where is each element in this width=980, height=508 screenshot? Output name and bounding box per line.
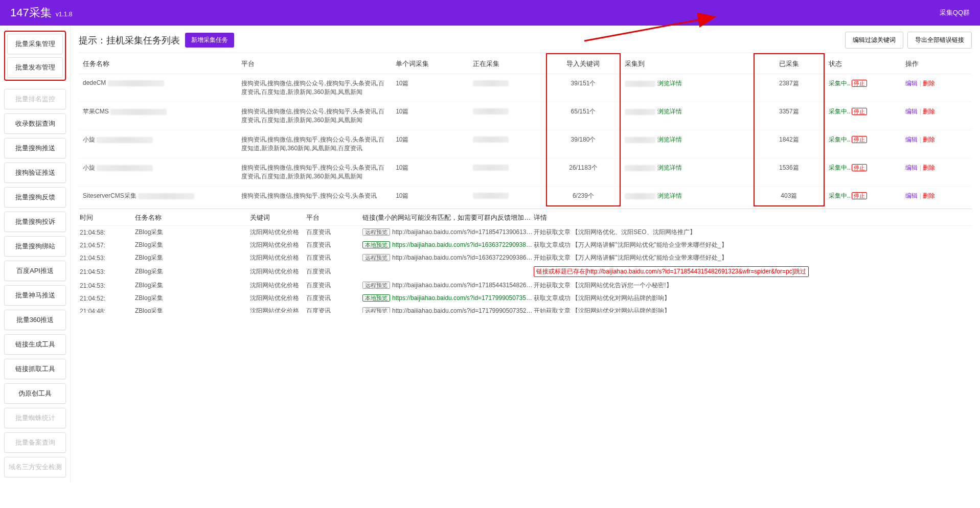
detail-link[interactable]: 浏览详情 <box>657 80 682 87</box>
stop-button[interactable]: 停止 <box>852 108 867 115</box>
detail-link[interactable]: 浏览详情 <box>657 192 682 199</box>
edit-link[interactable]: 编辑 <box>905 136 918 143</box>
remote-preview-tag[interactable]: 远程预览 <box>362 254 390 261</box>
delete-link[interactable]: 删除 <box>923 80 935 87</box>
task-row: 苹果CMS 搜狗资讯,搜狗微信,搜狗公众号,搜狗知乎,头条资讯,百度资讯,百度知… <box>79 102 972 130</box>
edit-link[interactable]: 编辑 <box>905 80 918 87</box>
stop-button[interactable]: 停止 <box>852 136 867 143</box>
delete-link[interactable]: 删除 <box>923 136 935 143</box>
delete-link[interactable]: 删除 <box>923 192 935 199</box>
status-text: 采集中.. <box>829 108 851 115</box>
delete-link[interactable]: 删除 <box>923 164 935 171</box>
log-col-0: 时间 <box>79 213 135 222</box>
log-row: 21:04:53:ZBlog采集沈阳网站优化价格百度资讯链接或标题已存在[htt… <box>79 264 972 279</box>
local-preview-tag[interactable]: 本地预览 <box>362 241 390 248</box>
log-col-5: 详情 <box>534 213 972 222</box>
task-table: 任务名称平台单个词采集正在采集导入关键词采集到已采集状态操作 dedeCM 搜狗… <box>79 53 972 206</box>
app-header: 147采集 v1.1.8 采集QQ群 <box>0 0 980 26</box>
task-row: dedeCM 搜狗资讯,搜狗微信,搜狗公众号,搜狗知乎,头条资讯,百度资讯,百度… <box>79 74 972 102</box>
status-text: 采集中.. <box>829 136 851 143</box>
app-logo: 147采集 <box>10 5 52 20</box>
remote-preview-tag[interactable]: 远程预览 <box>362 282 390 289</box>
stop-button[interactable]: 停止 <box>852 164 867 171</box>
task-row: 小旋 搜狗资讯,搜狗微信,搜狗知乎,搜狗公众号,头条资讯,百度资讯,百度知道,新… <box>79 158 972 187</box>
col-header-1: 平台 <box>237 54 392 74</box>
export-errors-button[interactable]: 导出全部错误链接 <box>907 32 972 49</box>
detail-link[interactable]: 浏览详情 <box>657 164 682 171</box>
status-text: 采集中.. <box>829 192 851 199</box>
col-header-0: 任务名称 <box>79 54 237 74</box>
add-task-button[interactable]: 新增采集任务 <box>185 33 234 48</box>
stop-button[interactable]: 停止 <box>852 192 867 199</box>
sidebar: 批量采集管理 批量发布管理 批量排名监控收录数据查询批量搜狗推送搜狗验证推送批量… <box>0 26 71 482</box>
remote-preview-tag[interactable]: 远程预览 <box>362 228 390 236</box>
edit-link[interactable]: 编辑 <box>905 164 918 171</box>
log-col-3: 平台 <box>306 213 362 222</box>
sidebar-highlight-group: 批量采集管理 批量发布管理 <box>4 31 66 81</box>
detail-link[interactable]: 浏览详情 <box>657 108 682 115</box>
sidebar-item-11[interactable]: 链接抓取工具 <box>4 359 66 379</box>
log-row: 21:04:53:ZBlog采集沈阳网站优化价格百度资讯远程预览http://b… <box>79 251 972 264</box>
sidebar-item-collect-manage[interactable]: 批量采集管理 <box>7 34 63 54</box>
sidebar-item-1[interactable]: 收录数据查询 <box>4 113 66 134</box>
sidebar-item-15: 域名三方安全检测 <box>4 457 66 477</box>
col-header-3: 正在采集 <box>469 54 546 74</box>
sidebar-item-7[interactable]: 百度API推送 <box>4 261 66 281</box>
log-row: 21:04:58:ZBlog采集沈阳网站优化价格百度资讯远程预览http://b… <box>79 226 972 239</box>
sidebar-item-5[interactable]: 批量搜狗投诉 <box>4 212 66 232</box>
sidebar-item-13: 批量蜘蛛统计 <box>4 408 66 428</box>
remote-preview-tag[interactable]: 远程预览 <box>362 307 390 313</box>
sidebar-item-9[interactable]: 批量360推送 <box>4 310 66 330</box>
log-row: 21:04:57:ZBlog采集沈阳网站优化价格百度资讯本地预览https://… <box>79 239 972 251</box>
sidebar-item-3[interactable]: 搜狗验证推送 <box>4 163 66 183</box>
qq-group-link[interactable]: 采集QQ群 <box>940 8 970 17</box>
col-header-5: 采集到 <box>620 54 754 74</box>
log-scroll[interactable]: 21:04:58:ZBlog采集沈阳网站优化价格百度资讯远程预览http://b… <box>79 226 972 313</box>
detail-link[interactable]: 浏览详情 <box>657 136 682 143</box>
col-header-4: 导入关键词 <box>546 54 620 74</box>
page-title: 提示：挂机采集任务列表 <box>79 34 180 47</box>
task-row: SiteserverCMS采集 搜狗资讯,搜狗微信,搜狗知乎,搜狗公众号,头条资… <box>79 187 972 206</box>
log-col-2: 关键词 <box>250 213 306 222</box>
log-col-1: 任务名称 <box>135 213 250 222</box>
col-header-8: 操作 <box>901 54 972 74</box>
edit-link[interactable]: 编辑 <box>905 108 918 115</box>
stop-button[interactable]: 停止 <box>852 80 867 87</box>
col-header-2: 单个词采集 <box>392 54 469 74</box>
logo-area: 147采集 v1.1.8 <box>10 5 72 20</box>
log-row: 21:04:53:ZBlog采集沈阳网站优化价格百度资讯远程预览http://b… <box>79 279 972 292</box>
version-label: v1.1.8 <box>56 11 73 18</box>
sidebar-item-4[interactable]: 批量搜狗反馈 <box>4 187 66 207</box>
sidebar-item-14: 批量备案查询 <box>4 432 66 453</box>
delete-link[interactable]: 删除 <box>923 108 935 115</box>
log-panel: 时间任务名称关键词平台链接(量小的网站可能没有匹配，如需要可群内反馈增加规则)详… <box>79 209 972 313</box>
task-row: 小旋 搜狗资讯,搜狗微信,搜狗知乎,搜狗公众号,头条资讯,百度知道,新浪新闻,3… <box>79 130 972 158</box>
sidebar-item-publish-manage[interactable]: 批量发布管理 <box>7 57 63 78</box>
col-header-7: 状态 <box>824 54 901 74</box>
sidebar-item-12[interactable]: 伪原创工具 <box>4 383 66 404</box>
content-area: 提示：挂机采集任务列表 新增采集任务 编辑过滤关键词 导出全部错误链接 任务名称… <box>71 26 980 482</box>
sidebar-item-2[interactable]: 批量搜狗推送 <box>4 138 66 158</box>
log-warning: 链接或标题已存在[http://baijiahao.baidu.com/s?id… <box>534 266 809 277</box>
edit-link[interactable]: 编辑 <box>905 192 918 199</box>
sidebar-item-10[interactable]: 链接生成工具 <box>4 334 66 355</box>
local-preview-tag[interactable]: 本地预览 <box>362 294 390 302</box>
log-col-4: 链接(量小的网站可能没有匹配，如需要可群内反馈增加规则) <box>362 213 534 222</box>
sidebar-item-8[interactable]: 批量神马推送 <box>4 285 66 306</box>
col-header-6: 已采集 <box>754 54 825 74</box>
sidebar-item-6[interactable]: 批量搜狗绑站 <box>4 236 66 257</box>
log-row: 21:04:48:ZBlog采集沈阳网站优化价格百度资讯远程预览http://b… <box>79 305 972 313</box>
status-text: 采集中.. <box>829 164 851 171</box>
log-row: 21:04:52:ZBlog采集沈阳网站优化价格百度资讯本地预览https://… <box>79 292 972 305</box>
edit-filter-button[interactable]: 编辑过滤关键词 <box>845 32 903 49</box>
sidebar-item-0: 批量排名监控 <box>4 89 66 109</box>
status-text: 采集中.. <box>829 80 851 87</box>
